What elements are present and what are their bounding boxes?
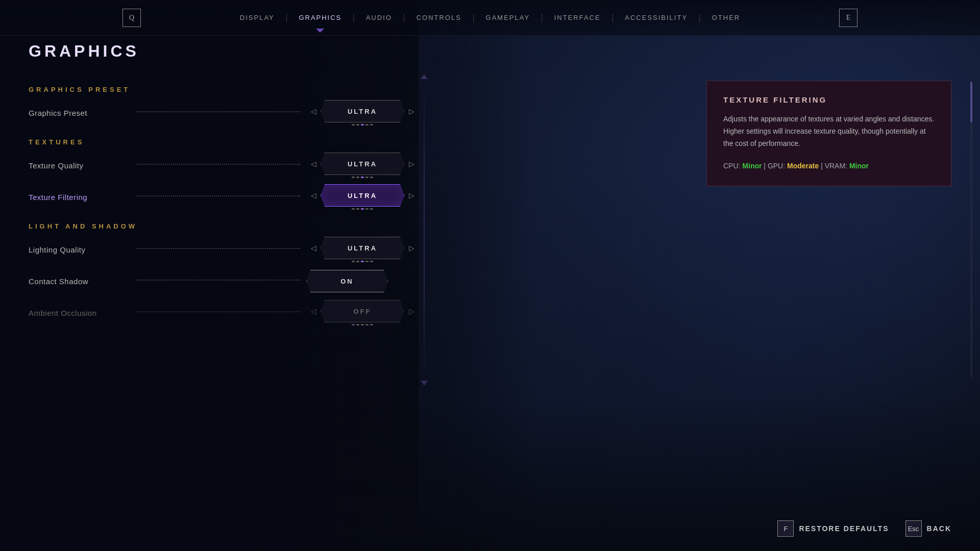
setting-row-lighting-quality: Lighting Quality ◁ ULTRA ▷ [29,238,437,261]
selector-left-arrow-texture-filtering[interactable]: ◁ [306,184,321,207]
nav-sep-3: | [401,12,407,23]
dot-5 [370,177,373,178]
selector-graphics-preset: ◁ ULTRA ▷ [306,100,419,122]
dot-1 [352,177,355,178]
tooltip-gpu-value: Moderate [787,162,819,170]
dot-5 [370,124,373,126]
nav-left-icon[interactable]: Q [122,9,141,27]
selector-left-arrow-lighting-quality[interactable]: ◁ [306,237,321,259]
nav-item-interface[interactable]: INTERFACE [545,14,610,21]
setting-dots-ambient-occlusion [137,311,300,312]
tooltip-separator-1: | [764,162,768,170]
selector-value-texture-quality[interactable]: ULTRA [321,153,404,175]
selector-ambient-occlusion: ◁ OFF ▷ [306,300,419,322]
tooltip-stats: CPU: Minor | GPU: Moderate | VRAM: Minor [723,161,935,171]
dot-3 [361,261,364,262]
nav-sep-6: | [610,12,616,23]
selector-indicator-graphics-preset [352,124,373,126]
nav-items: DISPLAY | GRAPHICS | AUDIO | CONTROLS | … [231,12,749,23]
scroll-track [970,82,972,378]
tooltip-title: TEXTURE FILTERING [723,95,935,104]
selector-right-arrow-lighting-quality[interactable]: ▷ [404,237,419,259]
selector-right-arrow-graphics-preset[interactable]: ▷ [404,100,419,122]
section-header-textures: TEXTURES [29,138,437,146]
setting-row-ambient-occlusion: Ambient Occlusion ◁ OFF ▷ [29,302,437,324]
dot-1 [352,261,355,262]
bottom-bar: F RESTORE DEFAULTS Esc BACK [777,520,951,537]
selector-value-texture-filtering[interactable]: ULTRA [321,184,404,207]
dot-5 [370,324,373,325]
restore-defaults-key: F [777,520,794,537]
dot-5 [370,261,373,262]
nav-item-graphics[interactable]: GRAPHICS [289,14,351,21]
dot-5 [370,208,373,210]
nav-item-display[interactable]: DISPLAY [231,14,284,21]
dot-3 [361,124,364,126]
selector-wrapper-graphics-preset: ◁ ULTRA ▷ [306,100,419,126]
tooltip-separator-2: | [821,162,825,170]
navigation-bar: Q DISPLAY | GRAPHICS | AUDIO | CONTROLS … [0,0,980,36]
tooltip-vram-label: VRAM: [825,162,847,170]
nav-item-accessibility[interactable]: ACCESSIBILITY [616,14,697,21]
setting-row-texture-filtering: Texture Filtering ◁ ULTRA ▷ [29,186,437,208]
dot-1 [352,124,355,126]
dot-2 [356,208,359,210]
selector-texture-quality: ◁ ULTRA ▷ [306,153,419,175]
setting-label-texture-filtering: Texture Filtering [29,193,131,202]
restore-defaults-label: RESTORE DEFAULTS [799,524,889,533]
setting-label-ambient-occlusion: Ambient Occlusion [29,309,131,317]
selector-value-ambient-occlusion[interactable]: OFF [321,300,404,322]
selector-wrapper-contact-shadow: ON [306,270,388,292]
nav-sep-7: | [697,12,703,23]
toggle-contact-shadow[interactable]: ON [306,270,388,292]
nav-sep-5: | [539,12,545,23]
selector-indicator-texture-filtering [352,208,373,210]
dot-4 [365,324,369,325]
nav-right-icon[interactable]: E [839,9,857,27]
selector-left-arrow-texture-quality[interactable]: ◁ [306,153,321,175]
scroll-thumb[interactable] [970,82,972,122]
nav-item-audio[interactable]: AUDIO [357,14,401,21]
tooltip-cpu-value: Minor [742,162,762,170]
back-button[interactable]: Esc BACK [905,520,951,537]
setting-dots-texture-quality [137,164,300,165]
section-header-light-shadow: LIGHT AND SHADOW [29,222,437,230]
setting-label-lighting-quality: Lighting Quality [29,245,131,254]
setting-label-texture-quality: Texture Quality [29,161,131,170]
dot-4 [365,124,369,126]
nav-sep-1: | [284,12,290,23]
selector-left-arrow-graphics-preset[interactable]: ◁ [306,100,321,122]
settings-content: GRAPHICS PRESET Graphics Preset ◁ ULTRA … [29,71,437,333]
dot-1 [352,208,355,210]
restore-defaults-button[interactable]: F RESTORE DEFAULTS [777,520,889,537]
nav-item-other[interactable]: OTHER [703,14,750,21]
page-title: GRAPHICS [29,42,139,61]
selector-right-arrow-ambient-occlusion[interactable]: ▷ [404,300,419,322]
selector-right-arrow-texture-filtering[interactable]: ▷ [404,184,419,207]
setting-dots-texture-filtering [137,195,300,196]
selector-value-graphics-preset[interactable]: ULTRA [321,100,404,122]
dot-2 [356,261,359,262]
selector-left-arrow-ambient-occlusion[interactable]: ◁ [306,300,321,322]
nav-item-controls[interactable]: CONTROLS [407,14,471,21]
dot-4 [365,261,369,262]
dot-3 [361,208,364,210]
dot-3 [361,324,364,325]
tooltip-description: Adjusts the appearance of textures at va… [723,113,935,149]
nav-item-gameplay[interactable]: GAMEPLAY [477,14,540,21]
nav-sep-2: | [351,12,357,23]
tooltip-panel: TEXTURE FILTERING Adjusts the appearance… [706,81,951,186]
nav-sep-4: | [471,12,477,23]
setting-label-graphics-preset: Graphics Preset [29,109,131,117]
setting-row-texture-quality: Texture Quality ◁ ULTRA ▷ [29,154,437,177]
setting-row-contact-shadow: Contact Shadow ON [29,270,437,292]
selector-indicator-lighting-quality [352,261,373,262]
selector-value-lighting-quality[interactable]: ULTRA [321,237,404,259]
selector-right-arrow-texture-quality[interactable]: ▷ [404,153,419,175]
setting-dots-graphics-preset [137,111,300,112]
dot-4 [365,208,369,210]
tooltip-gpu-label: GPU: [768,162,785,170]
dot-4 [365,177,369,178]
selector-wrapper-ambient-occlusion: ◁ OFF ▷ [306,300,419,325]
tooltip-cpu-label: CPU: [723,162,740,170]
